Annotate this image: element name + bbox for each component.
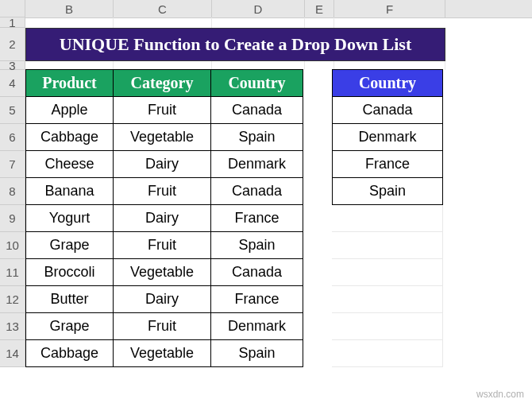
page-title[interactable]: UNIQUE Function to Create a Drop Down Li… bbox=[25, 28, 445, 61]
row-header-8[interactable]: 8 bbox=[0, 178, 25, 205]
table-row[interactable]: Grape bbox=[25, 312, 114, 340]
col-header-C[interactable]: C bbox=[114, 0, 212, 17]
table-row[interactable]: France bbox=[210, 204, 303, 232]
row-header-5[interactable]: 5 bbox=[0, 97, 25, 124]
table-row[interactable]: Broccoli bbox=[25, 258, 114, 286]
row-header-11[interactable]: 11 bbox=[0, 259, 25, 286]
table-row[interactable]: Spain bbox=[210, 339, 303, 367]
row-header-12[interactable]: 12 bbox=[0, 286, 25, 313]
table-row[interactable]: Fruit bbox=[113, 177, 211, 205]
row-header-9[interactable]: 9 bbox=[0, 205, 25, 232]
table-row[interactable]: Cabbage bbox=[25, 123, 114, 151]
header-product[interactable]: Product bbox=[25, 69, 114, 97]
col-header-F[interactable]: F bbox=[334, 0, 445, 17]
table-row[interactable]: Canada bbox=[210, 258, 303, 286]
table-row[interactable]: Apple bbox=[25, 96, 114, 124]
table-row[interactable]: Vegetable bbox=[113, 123, 211, 151]
row-header-1[interactable]: 1 bbox=[0, 17, 25, 28]
table-row[interactable]: Canada bbox=[210, 96, 303, 124]
cell-empty[interactable] bbox=[332, 340, 443, 367]
unique-item[interactable]: Denmark bbox=[332, 123, 443, 151]
table-row[interactable]: Denmark bbox=[210, 312, 303, 340]
row-header-7[interactable]: 7 bbox=[0, 151, 25, 178]
row-header-14[interactable]: 14 bbox=[0, 340, 25, 367]
table-row[interactable]: Butter bbox=[25, 285, 114, 313]
row-header-6[interactable]: 6 bbox=[0, 124, 25, 151]
header-unique-country[interactable]: Country bbox=[332, 69, 443, 97]
table-row[interactable]: Vegetable bbox=[113, 258, 211, 286]
unique-item[interactable]: Spain bbox=[332, 177, 443, 205]
table-row[interactable]: Banana bbox=[25, 177, 114, 205]
table-row[interactable]: Vegetable bbox=[113, 339, 211, 367]
cell-empty[interactable] bbox=[332, 313, 443, 340]
table-row[interactable]: Dairy bbox=[113, 204, 211, 232]
table-row[interactable]: Fruit bbox=[113, 231, 211, 259]
header-category[interactable]: Category bbox=[113, 69, 211, 97]
row-header-3[interactable]: 3 bbox=[0, 61, 25, 70]
watermark: wsxdn.com bbox=[476, 389, 524, 400]
table-row[interactable]: Canada bbox=[210, 177, 303, 205]
cell-empty[interactable] bbox=[332, 232, 443, 259]
col-header-D[interactable]: D bbox=[212, 0, 305, 17]
table-row[interactable]: Fruit bbox=[113, 312, 211, 340]
row-header-4[interactable]: 4 bbox=[0, 70, 25, 97]
col-header-E[interactable]: E bbox=[305, 0, 334, 17]
table-row[interactable]: Yogurt bbox=[25, 204, 114, 232]
table-row[interactable]: Dairy bbox=[113, 150, 211, 178]
row-header-13[interactable]: 13 bbox=[0, 313, 25, 340]
table-row[interactable]: Grape bbox=[25, 231, 114, 259]
table-row[interactable]: Cabbage bbox=[25, 339, 114, 367]
row-header-10[interactable]: 10 bbox=[0, 232, 25, 259]
row-header-2[interactable]: 2 bbox=[0, 28, 25, 61]
table-row[interactable]: Cheese bbox=[25, 150, 114, 178]
table-row[interactable]: Spain bbox=[210, 231, 303, 259]
table-row[interactable]: Spain bbox=[210, 123, 303, 151]
unique-item[interactable]: Canada bbox=[332, 96, 443, 124]
col-header-B[interactable]: B bbox=[25, 0, 114, 17]
cell-empty[interactable] bbox=[332, 286, 443, 313]
table-row[interactable]: Dairy bbox=[113, 285, 211, 313]
unique-item[interactable]: France bbox=[332, 150, 443, 178]
table-row[interactable]: France bbox=[210, 285, 303, 313]
header-country[interactable]: Country bbox=[210, 69, 303, 97]
table-row[interactable]: Fruit bbox=[113, 96, 211, 124]
cell-empty[interactable] bbox=[332, 205, 443, 232]
cell-empty[interactable] bbox=[332, 259, 443, 286]
table-row[interactable]: Denmark bbox=[210, 150, 303, 178]
